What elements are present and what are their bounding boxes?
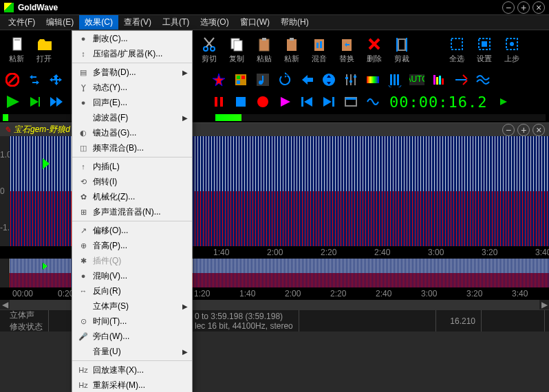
menu-item-U[interactable]: 音量(U)▶: [72, 344, 192, 359]
menu-item-T[interactable]: ⊙时间(T)...: [72, 314, 192, 329]
doc-maximize-button[interactable]: +: [517, 124, 530, 136]
spacer-button[interactable]: [416, 33, 443, 66]
forward-button[interactable]: [319, 92, 338, 111]
effect-spectrum2-icon[interactable]: [429, 70, 449, 89]
menu-item-X[interactable]: Hz回放速率(X)...: [72, 362, 192, 378]
swap-icon[interactable]: [25, 70, 44, 89]
copy-button[interactable]: 复制: [223, 33, 250, 66]
svg-marker-58: [56, 97, 63, 107]
menu-item-Z[interactable]: ✿机械化(Z)...: [72, 189, 192, 204]
rec-stop-button[interactable]: [231, 92, 250, 111]
menu-item-F[interactable]: 滤波器(F)▶: [72, 110, 192, 125]
effect-updown-icon[interactable]: [319, 70, 338, 89]
effect-cross-icon[interactable]: [451, 70, 471, 89]
svg-line-52: [463, 75, 467, 79]
doc-close-button[interactable]: ×: [532, 124, 545, 136]
expand-icon[interactable]: [47, 70, 66, 89]
paste-button[interactable]: 粘贴: [250, 33, 278, 66]
menu-item-W[interactable]: 🎤旁白(W)...: [72, 329, 192, 344]
menu-item-R[interactable]: ↔反向(R): [72, 283, 192, 298]
effect-spectrum-icon[interactable]: [363, 70, 383, 89]
effect-cycle-icon[interactable]: [275, 70, 294, 89]
rewind-button[interactable]: [297, 92, 316, 111]
effect-left-icon[interactable]: [297, 70, 316, 89]
cut-button[interactable]: 剪切: [195, 33, 223, 66]
menu-4[interactable]: 工具(T): [157, 15, 195, 30]
play-button[interactable]: [3, 92, 22, 111]
effect-waves-icon[interactable]: [473, 70, 493, 89]
menu-item-M[interactable]: Hz重新采样(M)...: [72, 378, 192, 392]
play-cursor-icon[interactable]: [43, 158, 50, 169]
wave-icon[interactable]: [363, 92, 383, 111]
mix-button[interactable]: 混音: [305, 33, 333, 66]
play-sel-button[interactable]: [25, 92, 44, 111]
menu-item-E[interactable]: ●回声(E)...: [72, 95, 192, 110]
menu-item-P[interactable]: ⊕音高(P)...: [72, 238, 192, 253]
menu-item-icon: Hz: [76, 366, 90, 374]
open-button[interactable]: 打开: [30, 33, 58, 66]
menu-2[interactable]: 效果(C): [79, 15, 118, 30]
record-button[interactable]: [253, 92, 272, 111]
menu-item-V[interactable]: ●混响(V)...: [72, 268, 192, 283]
menu-1[interactable]: 编辑(E): [41, 15, 79, 30]
effect-sliders-icon[interactable]: [341, 70, 360, 89]
menu-item-C[interactable]: ●删改(C)...: [72, 31, 192, 46]
menu-item-I[interactable]: ⟲倒转(I): [72, 174, 192, 189]
svg-rect-69: [345, 98, 356, 100]
replace-button[interactable]: 替换: [333, 33, 360, 66]
rec-pause-button[interactable]: [209, 92, 228, 111]
delete-button[interactable]: 删除: [360, 33, 388, 66]
effect-cube-icon[interactable]: [231, 70, 250, 89]
svg-rect-44: [397, 74, 399, 85]
ruler-tick: 3:20: [466, 289, 482, 298]
prev-button[interactable]: 上步: [498, 33, 526, 66]
submenu-arrow-icon: ▶: [182, 303, 188, 310]
menu-item-D[interactable]: ▤多普勒(D)...▶: [72, 65, 192, 80]
doc-minimize-button[interactable]: −: [502, 124, 515, 136]
effect-note-icon[interactable]: [253, 70, 272, 89]
menu-item-N[interactable]: ⊞多声道混音器(N)...: [72, 204, 192, 219]
menu-item-icon: ✱: [76, 257, 90, 265]
effect-auto-icon[interactable]: AUTO: [407, 70, 427, 89]
maximize-button[interactable]: +: [517, 1, 530, 14]
menu-item-S[interactable]: 立体声(S)▶: [72, 298, 192, 314]
ruler-tick: 2:20: [330, 289, 346, 298]
paste-new-button[interactable]: 粘新: [3, 33, 30, 66]
svg-rect-61: [236, 97, 246, 107]
menu-item-label: 压缩器/扩展器(K)...: [90, 48, 188, 60]
svg-rect-13: [316, 43, 319, 48]
menu-item-label: 镶边器(G)...: [90, 127, 188, 139]
rec-play-button[interactable]: [275, 92, 294, 111]
menu-item-K[interactable]: ↕压缩器/扩展器(K)...: [72, 46, 192, 61]
submenu-arrow-icon: ▶: [182, 348, 188, 356]
svg-rect-29: [241, 76, 245, 79]
menu-item-L[interactable]: ↑内插(L): [72, 159, 192, 174]
menu-item-label: 插件(Q): [90, 255, 188, 267]
menu-3[interactable]: 查看(V): [118, 15, 157, 30]
effect-star-icon[interactable]: [209, 70, 228, 89]
svg-rect-56: [39, 97, 40, 107]
menu-item-O[interactable]: ↗偏移(O)...: [72, 223, 192, 238]
settings-button[interactable]: 设置: [471, 33, 498, 66]
menu-item-icon: Y͓: [76, 83, 90, 92]
menu-item-icon: ●: [76, 272, 90, 280]
paste-new2-button[interactable]: 粘新: [278, 33, 305, 66]
close-button[interactable]: ×: [532, 1, 545, 14]
menu-item-B[interactable]: ◫频率混合(B)...: [72, 140, 192, 155]
minimize-button[interactable]: −: [502, 1, 515, 14]
fastfwd-button[interactable]: [47, 92, 66, 111]
prev-icon: [504, 36, 520, 52]
effect-gate-icon[interactable]: [385, 70, 405, 89]
trim-button[interactable]: 剪裁: [388, 33, 416, 66]
menu-item-G[interactable]: ◐镶边器(G)...: [72, 125, 192, 140]
window-icon[interactable]: [341, 92, 360, 111]
menu-7[interactable]: 帮助(H): [275, 15, 314, 30]
select-all-button[interactable]: 全选: [443, 33, 471, 66]
menu-0[interactable]: 文件(F): [3, 15, 41, 30]
menu-6[interactable]: 窗口(W): [235, 15, 275, 30]
menu-5[interactable]: 选项(O): [195, 15, 234, 30]
menu-item-Y[interactable]: Y͓动态(Y)...: [72, 80, 192, 95]
menu-item-label: 音高(P)...: [90, 240, 188, 252]
stop-icon[interactable]: [3, 70, 22, 89]
svg-marker-26: [213, 74, 225, 86]
